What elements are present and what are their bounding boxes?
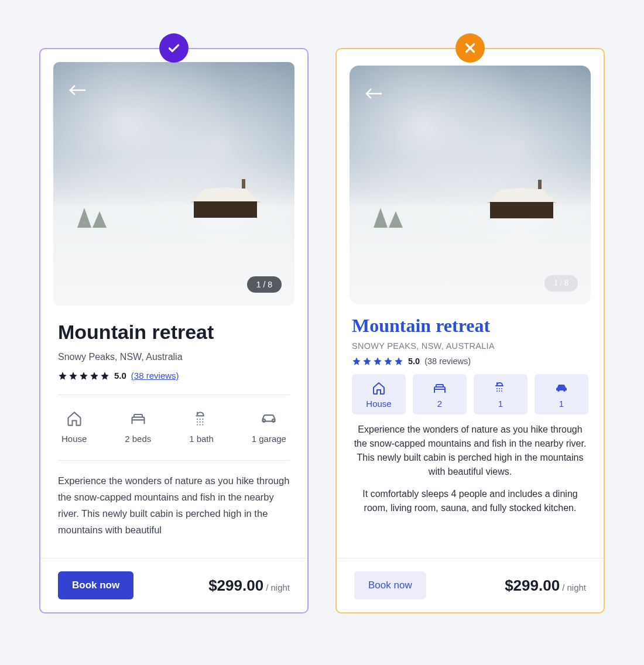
- feature-label: House: [61, 434, 87, 444]
- arrow-left-icon: [364, 87, 383, 101]
- image-pager: 1 / 8: [247, 276, 282, 293]
- check-badge: [159, 33, 189, 63]
- arrow-left-icon: [68, 83, 87, 97]
- chip-bath[interactable]: 1: [474, 374, 527, 414]
- booking-bar: Book now $299.00/ night: [337, 558, 604, 612]
- star-icon: [90, 371, 99, 381]
- feature-bath: 1 bath: [189, 410, 214, 444]
- price-unit: / night: [562, 582, 586, 592]
- star-rating: [58, 371, 109, 381]
- listing-title: Mountain retreat: [58, 321, 290, 344]
- booking-bar: Book now $299.00/ night: [40, 558, 307, 612]
- house-icon: [371, 381, 387, 395]
- reviews-link[interactable]: (38 reviews): [131, 371, 179, 381]
- price-amount: $299.00: [505, 577, 560, 594]
- price-unit: / night: [266, 582, 290, 592]
- feature-label: 1 garage: [252, 434, 286, 444]
- star-icon: [58, 371, 67, 381]
- back-button[interactable]: [68, 83, 87, 97]
- listing-description-p1: Experience the wonders of nature as you …: [352, 423, 588, 479]
- chip-beds[interactable]: 2: [413, 374, 467, 414]
- listing-location: Snowy Peaks, NSW, Australia: [58, 352, 290, 362]
- rating-score: 5.0: [114, 371, 126, 381]
- listing-description: Experience the wonders of nature as you …: [58, 472, 290, 538]
- rating-score: 5.0: [408, 357, 420, 366]
- check-icon: [166, 40, 181, 56]
- image-pager: 1 / 8: [544, 275, 578, 292]
- reviews-link[interactable]: (38 reviews): [424, 357, 471, 366]
- feature-beds: 2 beds: [125, 410, 151, 444]
- price: $299.00/ night: [208, 577, 290, 595]
- feature-label: 1 bath: [189, 434, 214, 444]
- house-icon: [66, 410, 83, 427]
- star-rating: [352, 357, 403, 366]
- star-icon: [383, 357, 393, 366]
- divider: [58, 460, 290, 461]
- star-icon: [100, 371, 109, 381]
- chip-label: 2: [437, 399, 442, 409]
- star-icon: [362, 357, 372, 366]
- star-icon: [352, 357, 361, 366]
- rating-row: 5.0 (38 reviews): [352, 357, 588, 366]
- chip-house[interactable]: House: [352, 374, 406, 414]
- price-amount: $299.00: [208, 577, 263, 594]
- listing-card-bad: 1 / 8 Mountain retreat SNOWY PEAKS, NSW,…: [335, 48, 605, 613]
- feature-label: 2 beds: [125, 434, 151, 444]
- hero-image[interactable]: 1 / 8: [53, 62, 294, 306]
- hero-image[interactable]: 1 / 8: [350, 66, 591, 304]
- shower-icon: [193, 410, 210, 427]
- bed-icon: [129, 410, 147, 427]
- star-icon: [373, 357, 382, 366]
- star-icon: [68, 371, 78, 381]
- chip-label: 1: [559, 399, 564, 409]
- listing-description-p2: It comfortably sleeps 4 people and inclu…: [352, 487, 588, 515]
- chip-label: 1: [498, 399, 503, 409]
- rating-row: 5.0 (38 reviews): [58, 371, 290, 381]
- car-icon: [553, 381, 570, 395]
- divider: [58, 395, 290, 395]
- feature-house: House: [61, 410, 87, 444]
- price: $299.00/ night: [505, 577, 586, 595]
- close-icon: [463, 40, 478, 56]
- back-button[interactable]: [364, 87, 383, 101]
- car-icon: [260, 410, 278, 427]
- shower-icon: [492, 381, 509, 395]
- bed-icon: [431, 381, 448, 395]
- feature-chips: House 2 1 1: [352, 374, 588, 414]
- listing-title: Mountain retreat: [352, 315, 588, 337]
- chip-garage[interactable]: 1: [535, 374, 588, 414]
- listing-card-good: 1 / 8 Mountain retreat Snowy Peaks, NSW,…: [39, 48, 309, 613]
- feature-garage: 1 garage: [252, 410, 286, 444]
- star-icon: [79, 371, 88, 381]
- feature-row: House 2 beds 1 bath 1 garage: [58, 407, 290, 458]
- cross-badge: [455, 33, 485, 63]
- listing-location: SNOWY PEAKS, NSW, AUSTRALIA: [352, 341, 588, 351]
- book-now-button[interactable]: Book now: [354, 571, 426, 599]
- book-now-button[interactable]: Book now: [58, 571, 133, 599]
- chip-label: House: [366, 399, 391, 409]
- star-icon: [394, 357, 403, 366]
